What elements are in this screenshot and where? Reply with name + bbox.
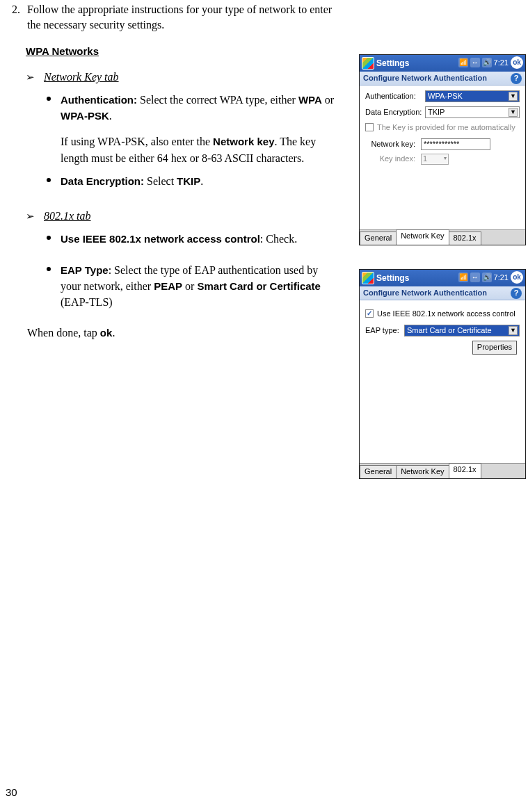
app-title: Settings	[376, 273, 409, 284]
auth-label: Authentication:	[61, 94, 137, 106]
data-encryption-dropdown[interactable]: TKIP ▼	[425, 106, 520, 118]
wpa-networks-heading: WPA Networks	[26, 44, 346, 58]
use-ieee-label: Use IEEE 802.1x network access control	[377, 309, 515, 319]
connection-icon: ↔	[470, 58, 480, 67]
8021x-tab-row: ➢ 802.1x tab	[26, 209, 346, 224]
auto-key-label: The Key is provided for me automatically	[377, 122, 515, 133]
bullet-icon	[47, 178, 51, 182]
data-encryption-label: Data Encryption:	[365, 107, 425, 117]
network-key-label: Network key:	[365, 139, 421, 149]
chevron-down-icon: ▼	[509, 92, 518, 101]
key-index-dropdown[interactable]: 1 ▾	[421, 154, 449, 165]
bullet-icon	[47, 97, 51, 101]
bullet-icon	[47, 236, 51, 240]
clock: 7:21	[494, 273, 509, 283]
screenshot-8021x: Settings 📶 ↔ 🔊 7:21 ok Configure Network…	[359, 269, 526, 479]
document-body: 2. Follow the appropriate instructions f…	[12, 2, 346, 341]
title-bar: Settings 📶 ↔ 🔊 7:21 ok	[360, 55, 525, 72]
bullet-use-ieee: Use IEEE 802.1x network access control: …	[61, 231, 339, 247]
screen-subtitle: Configure Network Authentication ?	[360, 72, 525, 86]
eap-label: EAP Type	[61, 264, 109, 276]
bullet-authentication: Authentication: Select the correct WPA t…	[61, 92, 339, 166]
bullet-icon	[47, 267, 51, 271]
properties-button[interactable]: Properties	[472, 341, 517, 355]
enc-label: Data Encryption:	[61, 175, 144, 187]
tab-general[interactable]: General	[360, 465, 397, 478]
tab-bar: General Network Key 802.1x	[360, 229, 525, 245]
arrow-icon: ➢	[26, 70, 41, 84]
checkbox-icon[interactable]	[365, 123, 374, 131]
app-title: Settings	[376, 58, 409, 69]
eap-type-label: EAP type:	[365, 325, 404, 336]
volume-icon: 🔊	[482, 273, 492, 282]
use-ieee-row: Use IEEE 802.1x network access control	[365, 309, 520, 319]
ok-button[interactable]: ok	[511, 271, 523, 284]
authentication-dropdown[interactable]: WPA-PSK ▼	[425, 90, 520, 102]
bullet-eap-type: EAP Type: Select the type of EAP authent…	[61, 262, 339, 311]
eap-type-dropdown[interactable]: Smart Card or Certificate ▼	[404, 325, 520, 336]
system-tray: 📶 ↔ 🔊 7:21 ok	[458, 271, 523, 284]
tab-network-key[interactable]: Network Key	[396, 229, 449, 245]
volume-icon: 🔊	[482, 58, 492, 67]
help-icon[interactable]: ?	[511, 73, 522, 84]
tab-8021x[interactable]: 802.1x	[449, 232, 481, 245]
step-text: Follow the appropriate instructions for …	[27, 2, 333, 32]
windows-logo-icon	[362, 272, 374, 284]
tab-8021x[interactable]: 802.1x	[449, 463, 481, 478]
tab-network-key[interactable]: Network Key	[396, 465, 449, 478]
network-key-input[interactable]: ************	[421, 138, 490, 150]
signal-icon: 📶	[458, 273, 468, 282]
screenshot-network-key: Settings 📶 ↔ 🔊 7:21 ok Configure Network…	[359, 54, 526, 245]
system-tray: 📶 ↔ 🔊 7:21 ok	[458, 56, 523, 69]
chevron-down-icon: ▼	[509, 108, 518, 117]
authentication-label: Authentication:	[365, 91, 425, 102]
tab-general[interactable]: General	[360, 232, 397, 245]
chevron-down-icon: ▾	[444, 155, 447, 163]
tab-bar: General Network Key 802.1x	[360, 463, 525, 478]
ok-button[interactable]: ok	[511, 56, 523, 69]
page-number: 30	[6, 786, 17, 799]
signal-icon: 📶	[458, 58, 468, 67]
ieee-label: Use IEEE 802.1x network access control	[61, 233, 260, 245]
key-index-label: Key index:	[365, 154, 421, 164]
clock: 7:21	[494, 58, 509, 68]
8021x-tab-title: 802.1x tab	[44, 210, 91, 222]
help-icon[interactable]: ?	[511, 288, 522, 299]
screen-subtitle: Configure Network Authentication ?	[360, 286, 525, 300]
connection-icon: ↔	[470, 273, 480, 282]
network-key-tab-row: ➢ Network Key tab	[26, 70, 346, 85]
network-key-tab-title: Network Key tab	[44, 71, 119, 83]
when-done: When done, tap ok.	[27, 325, 346, 341]
arrow-icon: ➢	[26, 209, 41, 223]
auto-key-checkbox-row: The Key is provided for me automatically	[365, 122, 520, 133]
step-number: 2.	[12, 2, 24, 17]
step-2: 2. Follow the appropriate instructions f…	[12, 2, 346, 32]
chevron-down-icon: ▼	[509, 326, 518, 335]
checkbox-icon[interactable]	[365, 309, 374, 318]
title-bar: Settings 📶 ↔ 🔊 7:21 ok	[360, 270, 525, 286]
windows-logo-icon	[362, 57, 374, 70]
bullet-data-encryption: Data Encryption: Select TKIP.	[61, 173, 339, 189]
